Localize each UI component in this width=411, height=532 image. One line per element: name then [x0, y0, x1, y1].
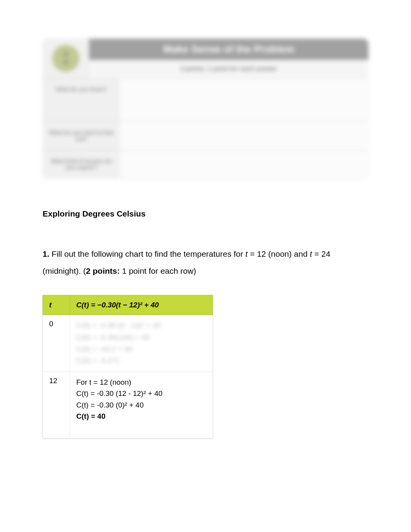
work-content: For t = 12 (noon) C(t) = -0.30 (12 - 12)…: [76, 377, 206, 433]
question-1: 1. Fill out the following chart to find …: [43, 246, 368, 280]
box-title-wrap: Make Sense of the Problem 3 points: 1 po…: [89, 39, 368, 78]
work-line: C(0) = -0.30(144) + 40: [76, 332, 206, 343]
table-header-row: t C(t) = −0.30(t − 12)² + 40: [43, 295, 213, 315]
cell-t-12: 12: [43, 372, 70, 438]
work-line: C(t) = -0.30 (12 - 12)² + 40: [76, 388, 206, 399]
q1-text-b: = 12 (noon) and: [248, 249, 310, 258]
box-row-find: What do you want to find out?: [43, 121, 368, 150]
make-sense-box: Make Sense of the Problem 3 points: 1 po…: [43, 39, 368, 178]
row-label: What do you know?: [43, 78, 120, 121]
row-label: What kind of answer do you expect?: [43, 150, 120, 178]
box-row-expect: What kind of answer do you expect?: [43, 150, 368, 178]
table-row: 12 For t = 12 (noon) C(t) = -0.30 (12 - …: [43, 372, 213, 438]
row-label: What do you want to find out?: [43, 122, 120, 150]
box-subtitle: 3 points: 1 point for each answer: [89, 60, 368, 78]
work-line: C(0) = -43.2 + 40: [76, 343, 206, 355]
header-t: t: [43, 295, 70, 315]
row-value: [120, 122, 368, 150]
q1-text-a: Fill out the following chart to find the…: [50, 249, 246, 258]
cell-t-0: 0: [43, 315, 70, 372]
work-line: C(t) = -0.30 (0)² + 40: [76, 399, 206, 411]
q1-number: 1.: [43, 249, 50, 258]
header-formula: C(t) = −0.30(t − 12)² + 40: [70, 295, 213, 315]
box-row-know: What do you know?: [43, 78, 368, 121]
formula-text: C: [76, 301, 82, 309]
work-result: C(t) = 40: [76, 411, 206, 422]
lightbulb-icon: [52, 45, 79, 72]
formula-var: t: [84, 301, 86, 309]
cell-work-0: C(0) = -0.30 (0 - 12)² + 40 C(0) = -0.30…: [70, 315, 213, 372]
cell-work-12: For t = 12 (noon) C(t) = -0.30 (12 - 12)…: [70, 372, 213, 438]
q1-text-d: 1 point for each row): [120, 266, 196, 275]
row-value: [120, 150, 368, 178]
work-line: For t = 12 (noon): [76, 377, 206, 388]
work-line: C(0) = -3.2°C: [76, 355, 206, 367]
work-line: C(0) = -0.30 (0 - 12)² + 40: [76, 320, 206, 331]
blurred-content: C(0) = -0.30 (0 - 12)² + 40 C(0) = -0.30…: [76, 320, 206, 367]
q1-points: 2 points:: [86, 266, 120, 275]
temperature-table: t C(t) = −0.30(t − 12)² + 40 0 C(0) = -0…: [43, 295, 213, 438]
row-value: [120, 78, 368, 121]
box-header: Make Sense of the Problem 3 points: 1 po…: [43, 39, 368, 78]
formula-var: t: [118, 301, 121, 309]
box-icon-cell: [43, 39, 89, 78]
section-title: Exploring Degrees Celsius: [43, 209, 368, 218]
table-row: 0 C(0) = -0.30 (0 - 12)² + 40 C(0) = -0.…: [43, 315, 213, 372]
box-title: Make Sense of the Problem: [89, 39, 368, 60]
